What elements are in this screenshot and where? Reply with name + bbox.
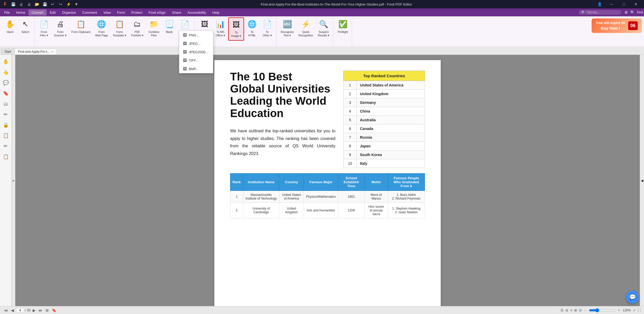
menu-edit[interactable]: Edit xyxy=(47,9,59,16)
minimize-button[interactable]: ─ xyxy=(606,0,618,8)
menu-help[interactable]: Help xyxy=(209,9,223,16)
view-mode-spread[interactable]: ⊞ xyxy=(574,308,577,312)
bookmark-page-button[interactable]: 🔖 xyxy=(51,308,57,313)
sidebar-layers-icon[interactable]: 🗂 xyxy=(1,99,11,109)
chat-icon[interactable]: 💬 xyxy=(626,291,639,303)
form-template-button[interactable]: 📋 FormTemplate ▾ xyxy=(111,17,128,41)
to-other-button[interactable]: 📄 ToOther ▾ xyxy=(260,17,275,41)
suspect-results-label: SuspectResults ▾ xyxy=(318,30,329,37)
dropdown-jpeg2000[interactable]: 🖼 JPEG2000... xyxy=(179,48,213,56)
recognize-text-button[interactable]: 🔤 RecognizeText ▾ xyxy=(279,17,296,41)
rank-7: 7 xyxy=(344,133,357,142)
menu-convert[interactable]: Convert xyxy=(28,9,47,16)
from-clipboard-button[interactable]: 📋 From Clipboard xyxy=(69,17,92,41)
menu-accessibility[interactable]: Accessibility xyxy=(184,9,209,16)
redo-icon[interactable]: ↪ xyxy=(57,1,64,7)
from-web-page-label: FromWeb Page xyxy=(95,30,108,37)
zoom-slider[interactable] xyxy=(589,308,615,312)
view-mode-scroll[interactable]: ≡ xyxy=(570,308,572,312)
suspect-results-button[interactable]: 🔍 SuspectResults ▾ xyxy=(316,17,331,41)
quick-recognition-button[interactable]: ⚡ QuickRecognition xyxy=(296,17,315,41)
right-panel[interactable]: ◀ xyxy=(640,55,644,306)
menu-form[interactable]: Form xyxy=(114,9,128,16)
from-web-page-button[interactable]: 🌐 FromWeb Page xyxy=(93,17,110,41)
view-mode-grid[interactable]: ⊡ xyxy=(579,308,582,312)
dropdown-bmp[interactable]: 🖼 BMP... xyxy=(179,65,213,73)
sidebar-lock-icon[interactable]: 🔒 xyxy=(1,120,11,130)
add-page-button[interactable]: ⊞ xyxy=(44,308,50,313)
view-mode-single[interactable]: ☰ xyxy=(561,308,563,312)
next-page-button[interactable]: ▶ xyxy=(32,308,37,313)
close-button[interactable]: ✕ xyxy=(630,0,642,8)
zoom-in-button[interactable]: ＋ xyxy=(617,308,621,312)
form-template-icon: 📋 xyxy=(114,19,125,30)
search-input[interactable] xyxy=(587,11,618,14)
blank-button[interactable]: 📃 Blank xyxy=(162,17,177,41)
tab-start[interactable]: Start xyxy=(1,49,14,55)
open-icon[interactable]: 📂 xyxy=(34,1,40,7)
hand-button[interactable]: ✋ Hand xyxy=(3,17,17,41)
col-name: Institution Name xyxy=(243,173,279,191)
country-4: China xyxy=(357,107,425,116)
from-files-button[interactable]: 📄 FromFiles ▾ xyxy=(37,17,51,41)
sidebar-hand-icon[interactable]: ✋ xyxy=(1,57,11,66)
trial-banner[interactable]: Trial will expire 06 Buy Now ! 06 xyxy=(592,18,642,33)
prev-page-button[interactable]: ◀ xyxy=(10,308,15,313)
undo-icon[interactable]: ↩ xyxy=(49,1,56,7)
print2-icon[interactable]: 🖨 xyxy=(26,1,32,7)
from-scanner-icon: 🖨 xyxy=(55,19,66,30)
sidebar-pages-icon[interactable]: 📋 xyxy=(1,131,11,140)
save2-icon[interactable]: 💾 xyxy=(42,1,48,7)
rank-8: 8 xyxy=(344,142,357,151)
view-mode-double[interactable]: ⊟ xyxy=(566,308,568,312)
sidebar-clipboard-icon[interactable]: 📋 xyxy=(1,152,11,161)
fit-page-button[interactable]: ⤢ xyxy=(633,308,636,312)
menu-protect[interactable]: Protect xyxy=(128,9,145,16)
preflight-button[interactable]: ✅ Preflight xyxy=(335,17,350,41)
to-image-dropdown: 🖼 PNG... 🖼 JPEG... 🖼 JPEG2000... 🖼 TIFF.… xyxy=(179,31,213,73)
from-scanner-button[interactable]: 🖨 FromScanner ▾ xyxy=(52,17,69,41)
tab-close-button[interactable]: ✕ xyxy=(51,50,53,53)
combine-files-button[interactable]: 📁 CombineFiles xyxy=(146,17,161,41)
zoom-out-button[interactable]: － xyxy=(584,308,587,312)
page-input[interactable] xyxy=(16,308,24,313)
collapse-handle[interactable]: ▶ xyxy=(12,55,15,306)
sidebar-pointer-icon[interactable]: 👆 xyxy=(1,67,11,77)
menu-view[interactable]: View xyxy=(100,9,114,16)
menu-home[interactable]: Home xyxy=(13,9,28,16)
sidebar-edit-icon[interactable]: ✏ xyxy=(1,141,11,151)
rank-6: 6 xyxy=(344,124,357,133)
sidebar-pen-icon[interactable]: ✏ xyxy=(1,110,11,119)
pdf-portfolio-icon: 🗂 xyxy=(132,19,142,30)
dropdown-tiff[interactable]: 🖼 TIFF... xyxy=(179,56,213,65)
find-label: Find xyxy=(637,11,643,14)
sidebar-bookmark-icon[interactable]: 🔖 xyxy=(1,89,11,98)
maximize-button[interactable]: □ xyxy=(618,0,630,8)
print-icon[interactable]: 🖨 xyxy=(18,1,24,7)
dropdown-jpeg[interactable]: 🖼 JPEG... xyxy=(179,39,213,48)
to-image-button[interactable]: 🖼 ToImage ▾ xyxy=(228,17,244,41)
select-button[interactable]: ↖ Select xyxy=(18,17,33,41)
first-page-button[interactable]: ⏮ xyxy=(3,308,9,313)
menu-comment[interactable]: Comment xyxy=(79,9,100,16)
menu-foxit-esign[interactable]: Foxit eSign xyxy=(145,9,169,16)
to-html-button[interactable]: 🌐 ToHTML xyxy=(245,17,259,41)
last-page-button[interactable]: ⏭ xyxy=(38,308,43,313)
sidebar-comment-icon[interactable]: 💬 xyxy=(1,78,11,88)
quick-icon[interactable]: ⚡ xyxy=(65,1,72,7)
to-ms-office-button[interactable]: 📊 To MSOffice ▾ xyxy=(213,17,228,41)
fullscreen-button[interactable]: ⛶ xyxy=(638,308,641,312)
pdf-portfolio-button[interactable]: 🗂 PDFPortfolio ▾ xyxy=(129,17,146,41)
select-icon: ↖ xyxy=(20,19,31,30)
find-icon[interactable]: 🔍 xyxy=(630,9,636,16)
user-icon[interactable]: 👤 xyxy=(593,0,606,8)
dropdown-icon[interactable]: ▼ xyxy=(73,1,80,7)
menu-organize[interactable]: Organize xyxy=(59,9,79,16)
save-icon[interactable]: 💾 xyxy=(10,1,16,7)
menu-share[interactable]: Share xyxy=(169,9,184,16)
search-box[interactable]: 🔍 xyxy=(579,10,621,15)
settings-icon[interactable]: ⚙ xyxy=(623,9,630,16)
dropdown-png[interactable]: 🖼 PNG... xyxy=(179,31,213,39)
tab-document[interactable]: Find-and-Apply-For-t... ✕ xyxy=(14,49,57,55)
menu-file[interactable]: File xyxy=(1,9,13,16)
